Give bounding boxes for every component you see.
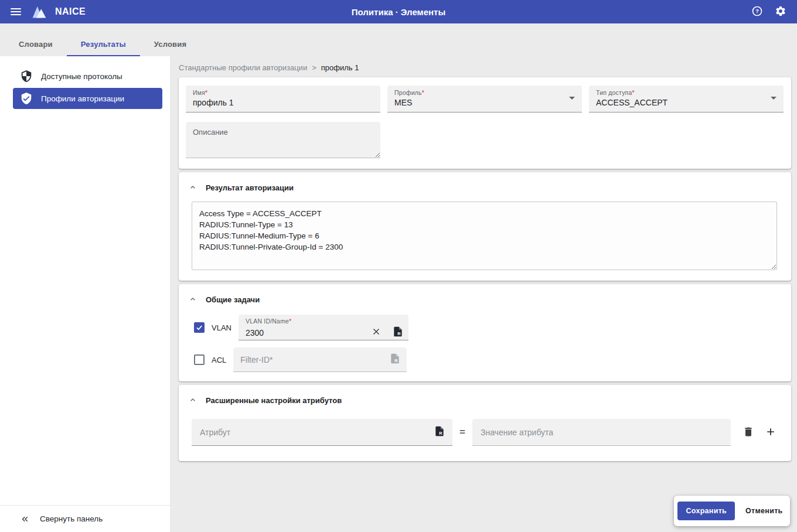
svg-text:?: ? [755, 8, 759, 14]
collapse-panel-label: Свернуть панель [40, 514, 103, 523]
filter-id-field[interactable]: Filter-ID* R [233, 347, 407, 372]
shield-icon [20, 70, 33, 83]
content-row: Доступные протоколы Профили авторизации … [0, 56, 797, 532]
chevron-down-icon [569, 97, 575, 100]
page-title: Политика · Элементы [352, 7, 446, 17]
required-asterisk: * [205, 89, 207, 96]
profile-form-card: Имя* профиль 1 Профиль* MES Тип доступа*… [179, 77, 791, 169]
authorization-result-header: Результат авторизации [186, 179, 784, 196]
name-field-label: Имя* [193, 89, 373, 96]
plus-icon [765, 426, 776, 439]
sidebar-item-auth-profiles[interactable]: Профили авторизации [13, 88, 162, 109]
section-title: Результат авторизации [206, 183, 294, 192]
attribute-value-placeholder: Значение атрибута [481, 428, 725, 437]
tab-dictionaries[interactable]: Словари [5, 33, 67, 56]
vlan-checkbox-label: VLAN [212, 323, 231, 332]
access-type-select[interactable]: Тип доступа* ACCESS_ACCEPT [589, 86, 784, 112]
menu-button[interactable] [8, 4, 23, 19]
naice-logo-icon [29, 2, 49, 21]
tab-conditions[interactable]: Условия [140, 33, 201, 56]
authorization-result-textarea[interactable]: Access Type = ACCESS_ACCEPT RADIUS:Tunne… [192, 202, 777, 270]
svg-text:R: R [395, 358, 398, 363]
app-bar: NAICE Политика · Элементы ? [0, 0, 797, 23]
breadcrumb: Стандартные профили авторизации > профил… [179, 60, 791, 75]
clear-button[interactable] [370, 325, 383, 340]
chevron-up-icon[interactable] [188, 295, 197, 304]
gear-icon [775, 5, 786, 19]
delete-attribute-button[interactable] [741, 425, 755, 441]
vlan-task-row: VLAN VLAN ID/Name* 2300 [194, 315, 784, 340]
chevron-up-icon[interactable] [188, 183, 197, 192]
fields-row: Имя* профиль 1 Профиль* MES Тип доступа*… [186, 86, 784, 112]
svg-text:R: R [397, 331, 401, 336]
sidebar-item-label: Доступные протоколы [41, 72, 122, 81]
tab-results[interactable]: Результаты [67, 33, 140, 56]
chevron-up-icon[interactable] [188, 395, 197, 405]
sidebar-item-label: Профили авторизации [41, 94, 124, 103]
acl-dictionary-button[interactable]: R [388, 352, 402, 367]
tab-bar: Словари Результаты Условия [0, 23, 797, 56]
vlan-id-field-value: 2300 [246, 328, 370, 337]
access-type-select-label: Тип доступа* [596, 89, 776, 96]
save-button[interactable]: Сохранить [677, 502, 735, 520]
shield-check-icon [20, 92, 33, 105]
dictionary-icon: R [434, 425, 445, 439]
breadcrumb-current: профиль 1 [321, 63, 359, 72]
vlan-id-field-row: 2300 R [246, 325, 405, 340]
brand-name: NAICE [55, 6, 86, 17]
main-content: Стандартные профили авторизации > профил… [170, 56, 797, 532]
sidebar-items: Доступные протоколы Профили авторизации [0, 56, 170, 505]
vlan-dictionary-button[interactable]: R [391, 325, 405, 340]
add-attribute-button[interactable] [764, 425, 778, 441]
double-chevron-left-icon [20, 514, 30, 524]
sidebar-item-available-protocols[interactable]: Доступные протоколы [13, 66, 162, 87]
cancel-button[interactable]: Отменить [742, 506, 786, 516]
required-asterisk: * [289, 318, 291, 325]
help-icon: ? [751, 5, 763, 19]
breadcrumb-separator: > [312, 63, 316, 72]
attribute-dictionary-button[interactable]: R [432, 424, 447, 440]
acl-checkbox-label: ACL [212, 356, 226, 364]
section-title: Расширенные настройки атрибутов [206, 396, 342, 405]
profile-select[interactable]: Профиль* MES [387, 86, 582, 112]
required-asterisk: * [422, 89, 424, 96]
help-button[interactable]: ? [749, 3, 765, 21]
sidebar: Доступные протоколы Профили авторизации … [0, 56, 170, 532]
dictionary-icon: R [392, 326, 404, 339]
trash-icon [742, 426, 754, 439]
name-field[interactable]: Имя* профиль 1 [186, 86, 380, 112]
app-bar-left: NAICE [8, 2, 86, 21]
filter-id-placeholder: Filter-ID* [240, 355, 388, 364]
collapse-panel-button[interactable]: Свернуть панель [0, 505, 170, 532]
attribute-placeholder: Атрибут [200, 428, 432, 437]
chevron-down-icon [771, 97, 776, 100]
dictionary-icon: R [389, 353, 401, 366]
description-textarea[interactable] [186, 122, 380, 158]
access-type-select-value: ACCESS_ACCEPT [596, 98, 776, 107]
equals-sign: = [459, 427, 465, 438]
name-field-value: профиль 1 [193, 98, 373, 107]
app-bar-right: ? [749, 3, 789, 21]
app-root: NAICE Политика · Элементы ? Словари Резу… [0, 0, 797, 532]
attribute-value-field[interactable]: Значение атрибута [472, 419, 731, 446]
hamburger-icon [11, 6, 21, 17]
attribute-row: Атрибут R = Значение атрибута [192, 419, 781, 446]
close-icon [371, 326, 382, 339]
attribute-field[interactable]: Атрибут R [192, 419, 452, 446]
vlan-id-field[interactable]: VLAN ID/Name* 2300 R [239, 315, 408, 340]
common-tasks-card: Общие задачи VLAN VLAN ID/Name* 2300 [179, 284, 791, 381]
profile-select-label: Профиль* [394, 89, 575, 96]
svg-text:R: R [439, 431, 442, 436]
vlan-checkbox[interactable] [194, 322, 205, 333]
advanced-attributes-header: Расширенные настройки атрибутов [186, 392, 784, 408]
vlan-id-field-label: VLAN ID/Name* [246, 318, 405, 325]
required-asterisk: * [632, 89, 635, 96]
advanced-attributes-card: Расширенные настройки атрибутов Атрибут … [179, 385, 791, 461]
acl-checkbox[interactable] [194, 354, 205, 365]
section-title: Общие задачи [206, 295, 260, 304]
common-tasks-header: Общие задачи [186, 291, 784, 308]
settings-button[interactable] [772, 3, 789, 21]
breadcrumb-parent[interactable]: Стандартные профили авторизации [179, 63, 307, 72]
action-bar: Сохранить Отменить [674, 496, 790, 526]
profile-select-value: MES [394, 98, 575, 107]
